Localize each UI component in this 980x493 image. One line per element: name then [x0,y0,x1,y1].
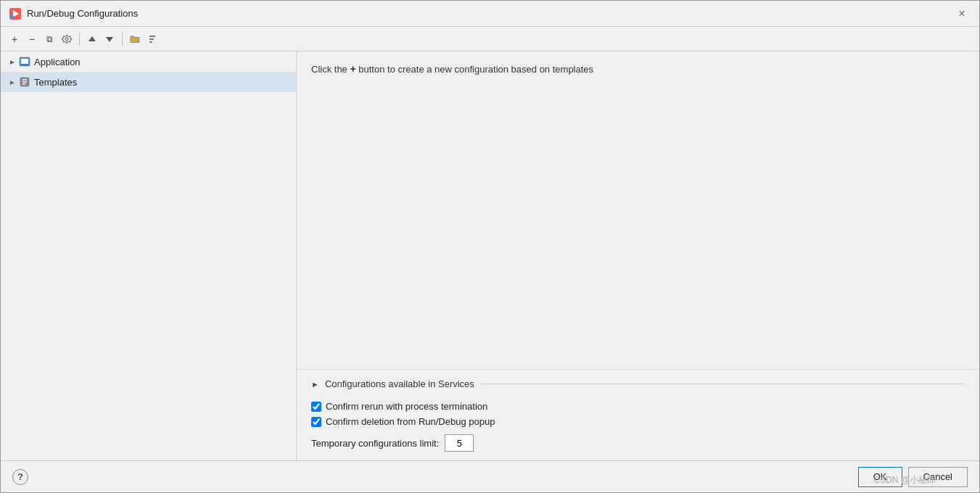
cancel-button[interactable]: Cancel [908,467,968,487]
move-up-button[interactable] [84,31,100,47]
spacer [297,86,979,369]
checkbox-rerun-row: Confirm rerun with process termination [311,401,965,412]
checkbox-deletion-row: Confirm deletion from Run/Debug popup [311,416,965,427]
dialog-footer: ? OK Cancel [1,460,979,492]
svg-rect-10 [21,59,28,64]
application-icon [18,55,31,68]
services-label: Configurations available in Services [325,378,474,389]
chevron-application[interactable]: ► [7,56,18,67]
hint-text-after: button to create a new configuration bas… [358,64,593,75]
toolbar: + − ⧉ [1,27,979,51]
hint-text-before: Click the [311,64,347,75]
svg-rect-11 [21,65,28,65]
dialog-title: Run/Debug Configurations [27,8,138,19]
services-chevron[interactable]: ► [311,380,319,389]
temp-config-row: Temporary configurations limit: [311,434,965,452]
right-panel: Click the + button to create a new confi… [297,51,979,460]
svg-rect-2 [10,16,15,19]
temp-config-label: Temporary configurations limit: [311,438,439,449]
folder-button[interactable] [127,31,143,47]
dialog-icon [9,8,21,20]
services-line [480,384,965,384]
svg-marker-4 [88,36,96,41]
tree-label-application: Application [34,57,81,67]
title-bar-left: Run/Debug Configurations [9,8,138,20]
chevron-templates[interactable]: ► [7,76,18,88]
temp-config-input[interactable] [445,434,474,452]
left-panel: ► Application ► [1,51,297,460]
svg-point-3 [65,38,68,41]
confirm-deletion-label: Confirm deletion from Run/Debug popup [326,416,495,427]
templates-icon [18,75,31,88]
services-row: ► Configurations available in Services [311,378,965,389]
tree-item-application[interactable]: ► Application [1,51,296,72]
footer-left: ? [12,469,28,485]
footer-right: OK Cancel [858,467,968,487]
hint-container: Click the + button to create a new confi… [297,51,979,86]
title-bar: Run/Debug Configurations × [1,1,979,27]
confirm-rerun-label: Confirm rerun with process termination [326,401,487,412]
run-debug-dialog: Run/Debug Configurations × + − ⧉ [0,0,980,493]
ok-button[interactable]: OK [858,467,902,487]
confirm-rerun-checkbox[interactable] [311,402,321,412]
sort-button[interactable] [144,31,160,47]
settings-button[interactable] [59,31,75,47]
tree-item-templates[interactable]: ► Templates [1,72,296,92]
hint-plus-icon: + [350,63,355,75]
remove-button[interactable]: − [24,31,40,47]
bottom-section: ► Configurations available in Services C… [297,369,979,460]
add-button[interactable]: + [7,31,22,47]
close-button[interactable]: × [953,5,971,22]
help-button[interactable]: ? [12,469,28,485]
toolbar-separator-1 [79,33,80,46]
tree-label-templates: Templates [34,77,77,88]
move-down-button[interactable] [102,31,118,47]
toolbar-separator-2 [122,33,123,46]
confirm-deletion-checkbox[interactable] [311,417,321,427]
copy-button[interactable]: ⧉ [41,31,57,47]
svg-marker-5 [106,37,113,42]
main-content: ► Application ► [1,51,979,460]
